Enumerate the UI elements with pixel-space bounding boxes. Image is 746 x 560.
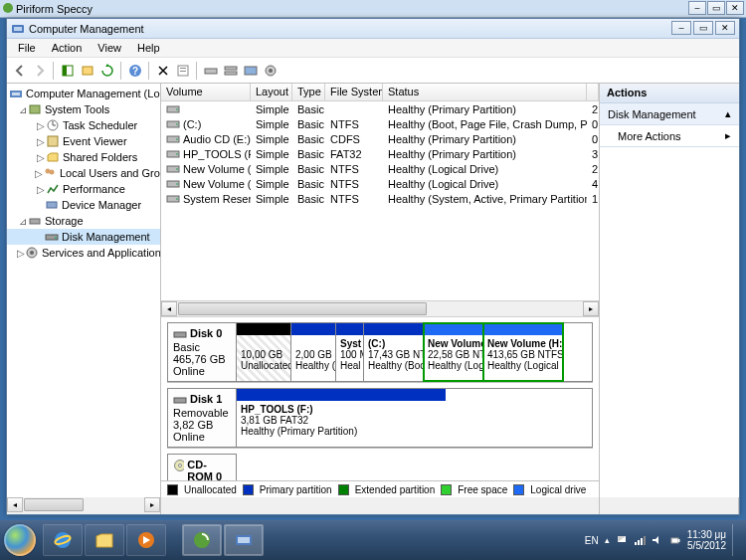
- partition[interactable]: 10,00 GBUnallocated: [237, 323, 291, 381]
- tray-clock[interactable]: 11:30 μμ 5/5/2012: [687, 529, 726, 551]
- table-row[interactable]: (C:)SimpleBasicNTFSHealthy (Boot, Page F…: [161, 116, 599, 131]
- taskbar-mmc[interactable]: [224, 524, 264, 556]
- delete-button[interactable]: [154, 62, 171, 79]
- col-last[interactable]: [587, 84, 599, 100]
- partition[interactable]: (C:)17,43 GB NTFHealthy (Boo: [364, 323, 424, 381]
- tray-power-icon[interactable]: [669, 534, 681, 546]
- partition[interactable]: HP_TOOLS (F:)3,81 GB FAT32Healthy (Prima…: [237, 389, 446, 447]
- tray-action-center-icon[interactable]: [616, 534, 628, 546]
- svg-rect-18: [12, 93, 20, 95]
- maximize-button[interactable]: ▭: [693, 21, 713, 35]
- menu-view[interactable]: View: [91, 40, 128, 56]
- svg-point-41: [176, 183, 178, 185]
- partition[interactable]: New Volume22,58 GB NTFHealthy (Log: [424, 323, 483, 381]
- col-status[interactable]: Status: [383, 84, 587, 100]
- volume-list-header: Volume Layout Type File System Status: [161, 84, 599, 101]
- table-row[interactable]: System ReservedSimpleBasicNTFSHealthy (S…: [161, 191, 599, 206]
- forward-button[interactable]: [31, 62, 48, 79]
- svg-point-47: [179, 465, 182, 467]
- tree-local-users[interactable]: ▷Local Users and Groups: [7, 165, 160, 181]
- table-row[interactable]: SimpleBasicHealthy (Primary Partition)2: [161, 101, 599, 116]
- svg-rect-5: [83, 67, 93, 75]
- menu-file[interactable]: File: [11, 40, 43, 56]
- svg-rect-19: [30, 105, 40, 113]
- tray-volume-icon[interactable]: [652, 534, 663, 546]
- options-button[interactable]: [79, 62, 95, 79]
- tree-root[interactable]: Computer Management (Local): [7, 86, 160, 101]
- partition[interactable]: Syst100 MHeal: [336, 323, 364, 381]
- actions-pane: Actions Disk Management▴ More Actions▸: [600, 84, 739, 497]
- show-hide-button[interactable]: [59, 62, 76, 79]
- window-title: Computer Management: [29, 23, 144, 35]
- tray-chevron-icon[interactable]: ▴: [605, 535, 610, 545]
- show-desktop-button[interactable]: [732, 524, 740, 556]
- help-button[interactable]: ?: [126, 62, 143, 79]
- tree-task-scheduler[interactable]: ▷Task Scheduler: [7, 117, 160, 133]
- col-volume[interactable]: Volume: [161, 84, 251, 100]
- svg-rect-25: [30, 219, 40, 224]
- taskbar-wmp[interactable]: [126, 524, 166, 556]
- svg-point-35: [176, 138, 178, 140]
- col-type[interactable]: Type: [292, 84, 325, 100]
- svg-point-16: [269, 69, 273, 73]
- table-row[interactable]: HP_TOOLS (F:)SimpleBasicFAT32Healthy (Pr…: [161, 146, 599, 161]
- parent-minimize-button[interactable]: –: [688, 1, 706, 15]
- menu-action[interactable]: Action: [45, 40, 90, 56]
- taskbar: EN ▴ 11:30 μμ 5/5/2012: [0, 520, 746, 560]
- svg-rect-11: [205, 69, 217, 74]
- tree-system-tools[interactable]: ⊿System Tools: [7, 101, 160, 117]
- svg-rect-10: [180, 71, 186, 72]
- table-row[interactable]: Audio CD (E:)SimpleBasicCDFSHealthy (Pri…: [161, 131, 599, 146]
- col-fs[interactable]: File System: [325, 84, 383, 100]
- refresh-button[interactable]: [98, 62, 115, 79]
- back-button[interactable]: [11, 62, 28, 79]
- volume-list: SimpleBasicHealthy (Primary Partition)2(…: [161, 101, 599, 300]
- tree-services[interactable]: ▷Services and Applications: [7, 245, 160, 261]
- svg-rect-14: [245, 67, 257, 75]
- disk-settings-button[interactable]: [262, 62, 279, 79]
- taskbar-explorer[interactable]: [85, 524, 124, 556]
- svg-point-29: [30, 251, 34, 255]
- menu-help[interactable]: Help: [130, 40, 167, 56]
- svg-point-33: [176, 123, 178, 125]
- disk-view2-button[interactable]: [222, 62, 239, 79]
- svg-point-23: [50, 170, 55, 175]
- disk-view1-button[interactable]: [202, 62, 219, 79]
- speccy-icon: [2, 2, 14, 14]
- disk-1-row: Disk 1 Removable 3,82 GB Online HP_TOOLS…: [167, 388, 593, 449]
- volume-list-scrollbar[interactable]: ◂ ▸: [161, 300, 599, 316]
- parent-close-button[interactable]: ✕: [726, 1, 744, 15]
- svg-rect-9: [180, 68, 186, 69]
- properties-button[interactable]: [174, 62, 191, 79]
- svg-rect-45: [174, 398, 186, 403]
- tray-lang[interactable]: EN: [585, 535, 599, 546]
- tree-scrollbar[interactable]: ◂ ▸: [7, 497, 161, 514]
- col-layout[interactable]: Layout: [251, 84, 292, 100]
- partition[interactable]: New Volume (H:)413,65 GB NTFSHealthy (Lo…: [483, 323, 563, 381]
- table-row[interactable]: New Volume (H:)SimpleBasicNTFSHealthy (L…: [161, 176, 599, 191]
- minimize-button[interactable]: –: [671, 21, 691, 35]
- disk-view3-button[interactable]: [242, 62, 259, 79]
- taskbar-ie[interactable]: [43, 524, 83, 556]
- table-row[interactable]: New Volume (G:)SimpleBasicNTFSHealthy (L…: [161, 161, 599, 176]
- close-button[interactable]: ✕: [715, 21, 735, 35]
- partition[interactable]: 2,00 GBHealthy (R: [291, 323, 336, 381]
- tree-storage[interactable]: ⊿Storage: [7, 213, 160, 229]
- taskbar-speccy[interactable]: [182, 524, 222, 556]
- svg-rect-53: [238, 537, 250, 543]
- actions-disk-management[interactable]: Disk Management▴: [600, 103, 739, 125]
- actions-more[interactable]: More Actions▸: [600, 125, 739, 147]
- disk-0-row: Disk 0 Basic 465,76 GB Online 10,00 GBUn…: [167, 322, 593, 383]
- tree-event-viewer[interactable]: ▷Event Viewer: [7, 133, 160, 149]
- tree-device-manager[interactable]: Device Manager: [7, 197, 160, 213]
- disk-1-partitions: HP_TOOLS (F:)3,81 GB FAT32Healthy (Prima…: [237, 388, 593, 448]
- start-button[interactable]: [0, 520, 40, 560]
- tray-network-icon[interactable]: [634, 534, 646, 546]
- disk-icon: [173, 393, 187, 407]
- tree-performance[interactable]: ▷Performance: [7, 181, 160, 197]
- tree-shared-folders[interactable]: ▷Shared Folders: [7, 149, 160, 165]
- svg-rect-57: [644, 536, 646, 545]
- svg-text:?: ?: [131, 66, 137, 77]
- tree-disk-management[interactable]: Disk Management: [7, 229, 160, 245]
- parent-maximize-button[interactable]: ▭: [707, 1, 725, 15]
